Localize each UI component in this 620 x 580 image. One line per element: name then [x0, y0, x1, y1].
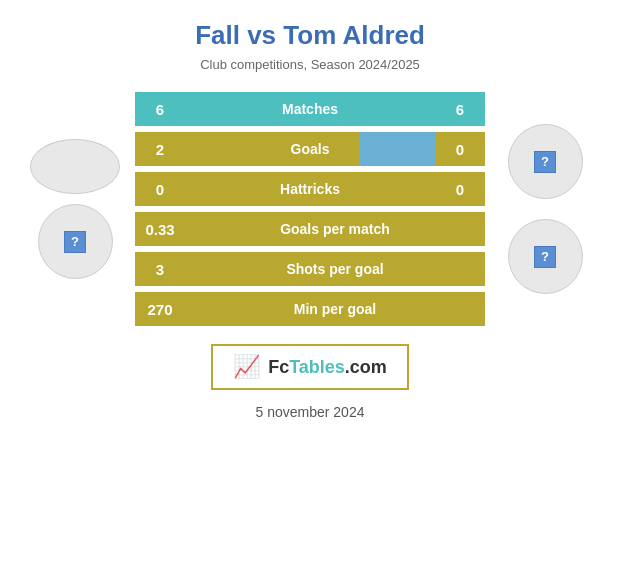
matches-right-value: 6: [435, 92, 485, 126]
shots-per-goal-value: 3: [135, 252, 185, 286]
stat-row-min-per-goal: 270 Min per goal: [135, 292, 485, 326]
left-avatar-question-icon: ?: [64, 231, 86, 253]
left-avatar-top: [30, 139, 120, 194]
right-avatar-question-icon-top: ?: [534, 151, 556, 173]
stat-row-goals: 2 Goals 0: [135, 132, 485, 166]
logo-container: 📈 FcTables.com: [211, 344, 409, 390]
stat-row-goals-per-match: 0.33 Goals per match: [135, 212, 485, 246]
matches-label: Matches: [185, 92, 435, 126]
stat-row-shots-per-goal: 3 Shots per goal: [135, 252, 485, 286]
min-per-goal-label: Min per goal: [185, 292, 485, 326]
logo-icon: 📈: [233, 354, 260, 380]
page: Fall vs Tom Aldred Club competitions, Se…: [0, 0, 620, 580]
left-player-avatars: ?: [25, 139, 125, 279]
stats-container: 6 Matches 6 2 Goals 0 0 Hattricks 0: [135, 92, 485, 326]
goals-label: Goals: [291, 141, 330, 157]
goals-per-match-value: 0.33: [135, 212, 185, 246]
goals-left-value: 2: [135, 132, 185, 166]
matches-left-value: 6: [135, 92, 185, 126]
min-per-goal-value: 270: [135, 292, 185, 326]
right-avatar-bottom: ?: [508, 219, 583, 294]
hattricks-left-value: 0: [135, 172, 185, 206]
left-avatar-circle: ?: [38, 204, 113, 279]
right-player-avatars: ? ?: [495, 124, 595, 294]
right-avatar-question-icon-bottom: ?: [534, 246, 556, 268]
main-content: ? 6 Matches 6 2 Goals 0 0: [10, 92, 610, 326]
shots-per-goal-label: Shots per goal: [185, 252, 485, 286]
page-title: Fall vs Tom Aldred: [195, 20, 425, 51]
hattricks-right-value: 0: [435, 172, 485, 206]
date-text: 5 november 2024: [256, 404, 365, 420]
stat-row-hattricks: 0 Hattricks 0: [135, 172, 485, 206]
goals-bar-fill: [360, 132, 435, 166]
goals-bar: Goals: [185, 132, 435, 166]
logo-text: FcTables.com: [268, 357, 387, 378]
hattricks-label: Hattricks: [185, 172, 435, 206]
goals-per-match-label: Goals per match: [185, 212, 485, 246]
stat-row-matches: 6 Matches 6: [135, 92, 485, 126]
page-subtitle: Club competitions, Season 2024/2025: [200, 57, 420, 72]
right-avatar-top: ?: [508, 124, 583, 199]
logo-box: 📈 FcTables.com: [211, 344, 409, 390]
goals-right-value: 0: [435, 132, 485, 166]
